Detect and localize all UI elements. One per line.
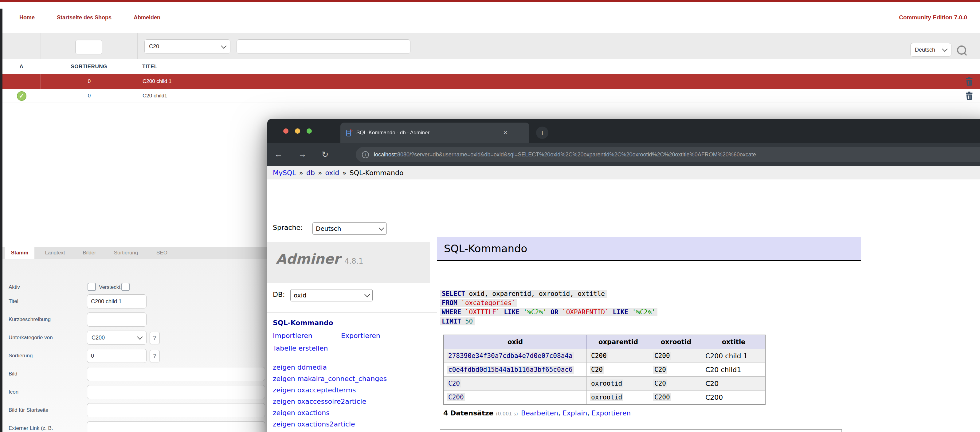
- breadcrumb-link-mysql[interactable]: MySQL: [273, 169, 296, 177]
- form-input-externer-link-z-b-http-www-exa[interactable]: [87, 421, 265, 432]
- tab-stamm[interactable]: Stamm: [5, 247, 34, 259]
- window-minimize-button[interactable]: [295, 128, 300, 134]
- back-button[interactable]: ←: [272, 150, 285, 159]
- topnav-link-abmelden[interactable]: Abmelden: [134, 14, 161, 21]
- form-input-bild-f-r-startseite[interactable]: [87, 403, 265, 417]
- window-maximize-button[interactable]: [307, 128, 312, 134]
- breadcrumb: MySQL»db»oxid»SQL-Kommando: [267, 166, 980, 179]
- sidebar-table-link[interactable]: zeigen oxactions2article: [273, 418, 387, 430]
- sidebar-create-table-link[interactable]: Tabelle erstellen: [273, 344, 328, 352]
- browser-tab-title: SQL-Kommando - db - Adminer: [356, 130, 501, 136]
- form-input-bild[interactable]: [87, 367, 265, 381]
- result-cell: C200: [650, 391, 702, 405]
- sidebar-export-link[interactable]: Exportieren: [341, 332, 380, 340]
- sidebar-table-link[interactable]: zeigen oxacceptedterms: [273, 384, 387, 396]
- result-footer: 4 Datensätze(0.001 s)Bearbeiten, Explain…: [443, 409, 631, 417]
- delete-cell[interactable]: [958, 74, 980, 89]
- breadcrumb-link-oxid[interactable]: oxid: [325, 169, 339, 177]
- delete-cell[interactable]: [958, 89, 980, 103]
- sidebar-table-link[interactable]: zeigen oxactions: [273, 407, 387, 418]
- tab-sortierung[interactable]: Sortierung: [106, 247, 146, 259]
- result-action-explain[interactable]: Explain: [563, 409, 587, 417]
- site-info-icon[interactable]: i: [362, 151, 369, 158]
- result-cell: C20: [650, 377, 702, 391]
- col-header-titel[interactable]: TITEL: [142, 59, 158, 74]
- tab-bilder[interactable]: Bilder: [76, 247, 103, 259]
- form-select-value: C200: [92, 335, 105, 341]
- result-action-bearbeiten[interactable]: Bearbeiten: [521, 409, 558, 417]
- new-tab-button[interactable]: +: [536, 127, 548, 139]
- sortierung-cell: 0: [41, 74, 138, 89]
- form-select-unterkategorie-von[interactable]: C200: [87, 331, 146, 345]
- sidebar-table-link[interactable]: zeigen makaira_connect_changes: [273, 373, 387, 384]
- browser-window[interactable]: SQL-Kommando - db - Adminer ✕ + ← → ↻ i …: [267, 119, 980, 432]
- sidebar-import-link[interactable]: Importieren: [273, 332, 312, 340]
- result-action-exportieren[interactable]: Exportieren: [592, 409, 631, 417]
- sidebar-table-link[interactable]: zeigen oxaddress: [273, 430, 387, 432]
- sql-textarea[interactable]: SELECT oxid, oxparentid, oxrootid, oxtit…: [440, 429, 842, 432]
- versteckt-checkbox[interactable]: [121, 283, 130, 291]
- topnav-link-home[interactable]: Home: [19, 14, 35, 21]
- form-label: Sortierung: [9, 352, 82, 359]
- window-close-button[interactable]: [283, 128, 288, 134]
- sql-line-content: SELECT oxid, oxparentid, oxrootid, oxtit…: [440, 290, 607, 298]
- reload-button[interactable]: ↻: [318, 150, 332, 159]
- oxid-header: HomeStartseite des ShopsAbmelden Communi…: [0, 2, 980, 33]
- result-cell: C20: [650, 363, 702, 377]
- chevron-down-icon: [364, 292, 370, 297]
- result-value-text: C20: [705, 380, 719, 387]
- result-cell: 278390e34f30a7cdba4e7d0e07c08a4a: [444, 349, 587, 363]
- admin-language-select[interactable]: Deutsch: [910, 43, 951, 57]
- sql-line-content: LIMIT 50: [440, 317, 475, 325]
- title-filter-input[interactable]: [237, 39, 410, 54]
- form-input-kurzbeschreibung[interactable]: [87, 312, 146, 327]
- adminer-language-value: Deutsch: [316, 225, 341, 232]
- db-select[interactable]: oxid: [290, 289, 373, 301]
- sortierung-cell: 0: [41, 89, 138, 103]
- topnav-link-startseite-des-shops[interactable]: Startseite des Shops: [57, 14, 111, 21]
- search-icon[interactable]: [957, 45, 966, 55]
- oxid-header-nav: HomeStartseite des ShopsAbmelden: [19, 2, 161, 33]
- result-cell: C200: [650, 349, 702, 363]
- tab-langtext[interactable]: Langtext: [37, 247, 73, 259]
- result-col-oxid: oxid: [444, 335, 587, 349]
- sidebar-table-link[interactable]: zeigen oxaccessoire2article: [273, 396, 387, 407]
- tab-seo[interactable]: SEO: [149, 247, 175, 259]
- help-button[interactable]: ?: [150, 332, 160, 344]
- result-cell: C200: [702, 391, 765, 405]
- titel-cell: C200 child 1: [138, 74, 958, 89]
- form-input-sortierung[interactable]: 0: [87, 349, 146, 363]
- result-value-code: C20: [447, 379, 461, 387]
- browser-titlebar[interactable]: SQL-Kommando - db - Adminer ✕ +: [267, 119, 980, 143]
- col-header-a[interactable]: A: [2, 59, 41, 74]
- trash-icon[interactable]: [965, 91, 974, 100]
- tab-close-icon[interactable]: ✕: [503, 130, 508, 136]
- col-header-sortierung[interactable]: SORTIERUNG: [41, 59, 137, 74]
- browser-tab[interactable]: SQL-Kommando - db - Adminer ✕: [340, 123, 529, 143]
- adminer-favicon-icon: [346, 129, 353, 137]
- sidebar-table-link[interactable]: zeigen ddmedia: [273, 362, 387, 373]
- aktiv-checkbox[interactable]: [88, 283, 96, 291]
- form-label: Externer Link (z. B. http://www.example.…: [9, 425, 82, 432]
- sort-filter-input[interactable]: [75, 40, 102, 54]
- result-value-text: C200: [705, 394, 723, 401]
- sidebar-sql-command[interactable]: SQL-Kommando: [273, 319, 333, 327]
- forward-button[interactable]: →: [296, 150, 309, 159]
- address-bar[interactable]: i localhost:8080/?server=db&username=oxi…: [356, 147, 980, 162]
- table-row[interactable]: ✓0C20 child1: [2, 89, 980, 103]
- help-button[interactable]: ?: [150, 350, 160, 362]
- category-filter-select[interactable]: C20: [145, 39, 231, 54]
- active-state-cell: [2, 74, 41, 89]
- adminer-language-select[interactable]: Deutsch: [312, 222, 387, 235]
- sql-line: SELECT oxid, oxparentid, oxrootid, oxtit…: [440, 289, 657, 298]
- form-input-titel[interactable]: C200 child 1: [87, 294, 146, 308]
- table-row[interactable]: 0C200 child 1: [2, 74, 980, 89]
- result-value-code: oxrootid: [590, 379, 623, 387]
- adminer-version: 4.8.1: [344, 257, 363, 265]
- db-label: DB:: [273, 291, 285, 298]
- breadcrumb-link-db[interactable]: db: [306, 169, 315, 177]
- trash-icon[interactable]: [965, 77, 974, 86]
- form-input-icon[interactable]: [87, 385, 265, 399]
- sql-line: LIMIT 50: [440, 317, 657, 326]
- result-value-code: C20: [590, 366, 604, 374]
